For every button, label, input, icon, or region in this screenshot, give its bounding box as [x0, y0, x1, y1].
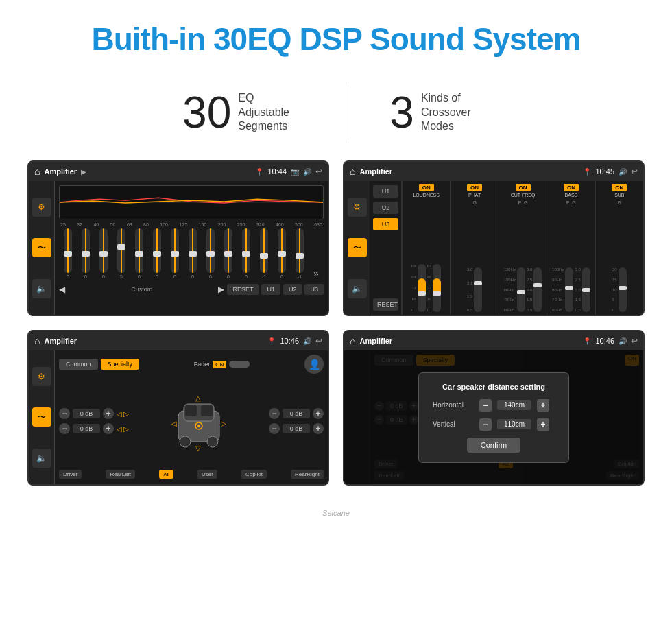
- u1-preset-btn[interactable]: U1: [373, 185, 398, 198]
- slider-11[interactable]: 0: [242, 228, 250, 279]
- u3-preset-btn[interactable]: U3: [373, 218, 398, 230]
- slider-2[interactable]: 0: [82, 228, 90, 279]
- screen1-side-panel: ⚙ 〜 🔈: [29, 181, 55, 315]
- vol-minus-br[interactable]: −: [269, 423, 280, 434]
- cross-wave-btn[interactable]: 〜: [348, 238, 367, 257]
- home-icon4[interactable]: ⌂: [350, 335, 355, 346]
- screen4-app-title: Amplifier: [359, 337, 392, 345]
- driver-btn[interactable]: Driver: [59, 470, 82, 479]
- slider-12[interactable]: -1: [260, 228, 268, 279]
- vol-val-tr: 0 dB: [283, 409, 310, 418]
- slider-1[interactable]: 0: [64, 228, 72, 279]
- dialog-title: Car speaker distance setting: [433, 383, 555, 391]
- prev-btn[interactable]: ◀: [59, 285, 65, 294]
- vol-plus-bl[interactable]: +: [103, 423, 114, 434]
- vol-plus-br[interactable]: +: [313, 423, 324, 434]
- spec-volume-btn[interactable]: 🔈: [32, 449, 51, 468]
- vol-minus-tr[interactable]: −: [269, 408, 280, 419]
- back-icon[interactable]: ↩: [315, 167, 322, 176]
- screen2-side: ⚙ 〜 🔈: [344, 181, 370, 315]
- reset-btn[interactable]: RESET: [227, 284, 259, 295]
- all-btn[interactable]: All: [159, 470, 173, 479]
- ch-cutfreq: ON CUT FREQ F G 120Hz100Hz80Hz70Hz60Hz: [499, 181, 547, 315]
- screen3-time: 10:46: [280, 337, 299, 345]
- svg-point-12: [197, 425, 200, 427]
- u1-btn[interactable]: U1: [261, 284, 280, 295]
- rearright-btn[interactable]: RearRight: [291, 470, 324, 479]
- watermark: Seicane: [0, 506, 672, 524]
- play-btn[interactable]: ▶: [218, 285, 224, 294]
- eq-freq-labels: 25 32 40 50 63 80 100 125 160 200 250 32…: [59, 222, 324, 227]
- slider-10[interactable]: 0: [224, 228, 232, 279]
- slider-4[interactable]: 5: [117, 228, 125, 279]
- vol-row-bl: − 0 dB + ◁ ▷: [59, 423, 129, 434]
- horizontal-minus-btn[interactable]: −: [479, 399, 492, 412]
- home-icon3[interactable]: ⌂: [34, 335, 40, 346]
- common-tab[interactable]: Common: [59, 359, 98, 370]
- vol-plus-tl[interactable]: +: [103, 408, 114, 419]
- vertical-value: 110cm: [497, 419, 531, 429]
- home-icon[interactable]: ⌂: [34, 166, 40, 177]
- home-icon2[interactable]: ⌂: [350, 166, 355, 177]
- specialty-tab[interactable]: Specialty: [101, 359, 140, 370]
- spec-settings-btn[interactable]: ⚙: [32, 367, 51, 386]
- spec-wave-btn[interactable]: 〜: [32, 407, 51, 427]
- slider-9[interactable]: 0: [206, 228, 215, 279]
- stats-row: 30 EQ Adjustable Segments 3 Kinds of Cro…: [0, 71, 672, 160]
- screen1-app-title: Amplifier: [44, 167, 77, 176]
- vol-row-tl: − 0 dB + ◁ ▷: [59, 408, 129, 419]
- vertical-minus-btn[interactable]: −: [479, 418, 492, 431]
- cross-settings-btn[interactable]: ⚙: [348, 198, 367, 217]
- eq-area: 25 32 40 50 63 80 100 125 160 200 250 32…: [55, 181, 328, 315]
- svg-point-5: [180, 436, 191, 447]
- speaker-icon-tl1: ◁: [117, 410, 122, 418]
- ch-bass: ON BASS F G 100Hz90Hz80Hz70Hz60Hz: [547, 181, 595, 315]
- fader-on-badge: ON: [213, 361, 226, 368]
- copilot-btn[interactable]: Copilot: [241, 470, 267, 479]
- screen2-crossover: ⌂ Amplifier 📍 10:45 🔊 ↩ ⚙ 〜 🔈 U1 U2 U3: [343, 160, 645, 316]
- back-icon2[interactable]: ↩: [631, 167, 638, 176]
- profile-icon[interactable]: 👤: [304, 355, 324, 374]
- back-icon3[interactable]: ↩: [315, 336, 322, 346]
- slider-5[interactable]: 0: [135, 228, 143, 279]
- u2-preset-btn[interactable]: U2: [373, 202, 398, 214]
- slider-expand[interactable]: »: [313, 268, 319, 279]
- back-icon4[interactable]: ↩: [631, 336, 638, 346]
- confirm-button[interactable]: Confirm: [467, 438, 521, 453]
- svg-rect-4: [201, 405, 213, 416]
- u3-btn[interactable]: U3: [304, 284, 324, 295]
- slider-7[interactable]: 0: [171, 228, 179, 279]
- horizontal-plus-btn[interactable]: +: [537, 399, 549, 412]
- screen2-status-bar: ⌂ Amplifier 📍 10:45 🔊 ↩: [344, 162, 643, 181]
- slider-13[interactable]: 0: [278, 228, 286, 279]
- vol-minus-tl[interactable]: −: [59, 408, 70, 419]
- volume-icon3: 🔊: [303, 337, 311, 345]
- screen3-specialty: ⌂ Amplifier 📍 10:46 🔊 ↩ ⚙ 〜 🔈 Common: [27, 330, 329, 486]
- eq-wave-btn[interactable]: 〜: [32, 238, 51, 257]
- ch-phat: ON PHAT G 3.02.11.30.5: [450, 181, 498, 315]
- fader-slider[interactable]: [229, 361, 250, 368]
- fader-label: Fader: [194, 361, 211, 368]
- u2-btn[interactable]: U2: [283, 284, 302, 295]
- vol-plus-tr[interactable]: +: [313, 408, 324, 419]
- reset-preset-btn[interactable]: RESET: [373, 298, 398, 311]
- svg-text:▷: ▷: [221, 420, 226, 427]
- cross-volume-btn[interactable]: 🔈: [348, 279, 367, 298]
- left-vol-controls: − 0 dB + ◁ ▷ − 0 dB +: [59, 377, 129, 466]
- crossover-number: 3: [389, 91, 414, 134]
- eq-settings-btn[interactable]: ⚙: [32, 198, 51, 217]
- screen4-time: 10:46: [595, 337, 614, 345]
- slider-8[interactable]: 0: [189, 228, 197, 279]
- eq-volume-btn[interactable]: 🔈: [32, 279, 51, 298]
- slider-6[interactable]: 0: [153, 228, 161, 279]
- screen1-time: 10:44: [267, 167, 287, 176]
- screen2-app-title: Amplifier: [359, 167, 392, 176]
- svg-point-6: [207, 436, 218, 447]
- vertical-plus-btn[interactable]: +: [537, 418, 549, 431]
- slider-3[interactable]: 0: [99, 228, 108, 279]
- user-btn[interactable]: User: [197, 470, 217, 479]
- slider-14[interactable]: -1: [296, 228, 304, 279]
- rearleft-btn[interactable]: RearLeft: [106, 470, 135, 479]
- eq-label: EQ Adjustable Segments: [238, 91, 307, 134]
- vol-minus-bl[interactable]: −: [59, 423, 70, 434]
